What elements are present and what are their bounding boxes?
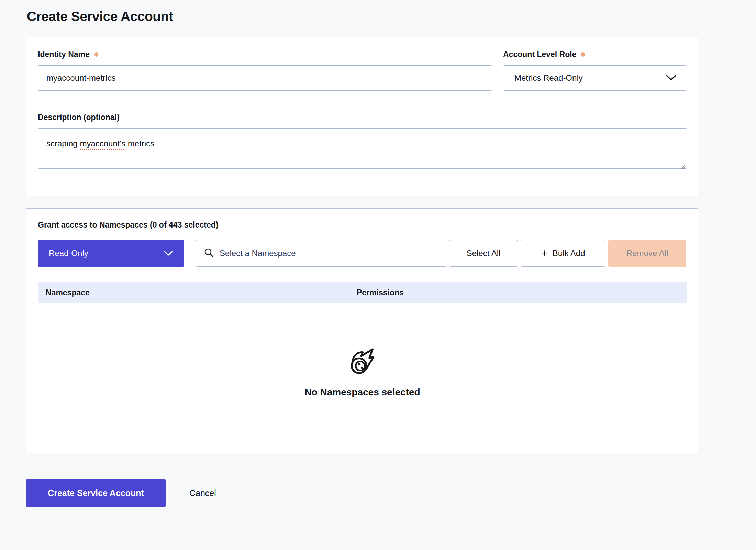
namespaces-table-header: Namespace Permissions	[38, 282, 687, 303]
remove-all-button-disabled[interactable]: Remove All	[608, 240, 686, 267]
namespaces-heading: Grant access to Namespaces (0 of 443 sel…	[38, 220, 686, 230]
create-service-account-button[interactable]: Create Service Account	[26, 479, 166, 507]
account-level-role-field-group: Account Level Role Metrics Read-Only	[503, 50, 686, 91]
description-text: metrics	[125, 139, 154, 148]
create-service-account-page: Create Service Account Identity Name Acc…	[0, 0, 756, 550]
description-text: scraping	[46, 139, 80, 148]
bulk-add-button[interactable]: + Bulk Add	[521, 240, 605, 267]
namespaces-toolbar: Read-Only Select All	[38, 240, 686, 267]
create-service-account-label: Create Service Account	[48, 488, 144, 498]
page-title: Create Service Account	[27, 9, 756, 24]
remove-all-label: Remove All	[626, 249, 668, 258]
namespaces-table: Namespace Permissions No Namespaces sele…	[38, 282, 687, 440]
column-header-namespace: Namespace	[38, 288, 357, 297]
account-level-role-label: Account Level Role	[503, 50, 686, 59]
namespace-search-box[interactable]	[196, 240, 446, 267]
description-label: Description (optional)	[38, 113, 686, 122]
identity-name-label: Identity Name	[38, 50, 492, 59]
account-level-role-value: Metrics Read-Only	[514, 73, 583, 83]
account-level-role-select[interactable]: Metrics Read-Only	[503, 65, 686, 91]
description-textarea[interactable]: scraping myaccount's metrics	[38, 128, 687, 169]
identity-name-field-group: Identity Name	[38, 50, 492, 91]
required-dot-icon	[581, 52, 585, 57]
namespace-search-input[interactable]	[220, 249, 438, 258]
search-icon	[204, 248, 214, 259]
footer-actions: Create Service Account Cancel	[26, 479, 756, 507]
chevron-down-icon	[164, 249, 173, 258]
permission-dropdown-value: Read-Only	[49, 249, 88, 258]
cancel-label: Cancel	[189, 488, 216, 498]
select-all-button[interactable]: Select All	[449, 240, 518, 267]
comet-icon	[346, 345, 379, 378]
description-field-group: Description (optional) scraping myaccoun…	[38, 113, 686, 169]
cancel-button[interactable]: Cancel	[189, 488, 216, 498]
identity-panel: Identity Name Account Level Role Metrics…	[26, 37, 698, 196]
namespaces-table-empty-body: No Namespaces selected	[38, 303, 687, 440]
identity-name-input[interactable]	[38, 65, 492, 91]
column-header-permissions: Permissions	[357, 288, 687, 297]
identity-name-label-text: Identity Name	[38, 50, 90, 59]
description-misspelled-word: myaccount's	[80, 139, 125, 148]
resize-grip-icon[interactable]	[680, 162, 686, 167]
description-label-text: Description (optional)	[38, 113, 120, 122]
permission-dropdown[interactable]: Read-Only	[38, 240, 184, 267]
plus-icon: +	[541, 248, 548, 258]
select-all-label: Select All	[467, 249, 501, 258]
required-dot-icon	[94, 52, 98, 57]
namespaces-panel: Grant access to Namespaces (0 of 443 sel…	[26, 208, 698, 453]
bulk-add-label: Bulk Add	[553, 249, 585, 258]
chevron-down-icon	[666, 73, 676, 83]
account-level-role-label-text: Account Level Role	[503, 50, 576, 59]
empty-state-message: No Namespaces selected	[304, 387, 420, 398]
